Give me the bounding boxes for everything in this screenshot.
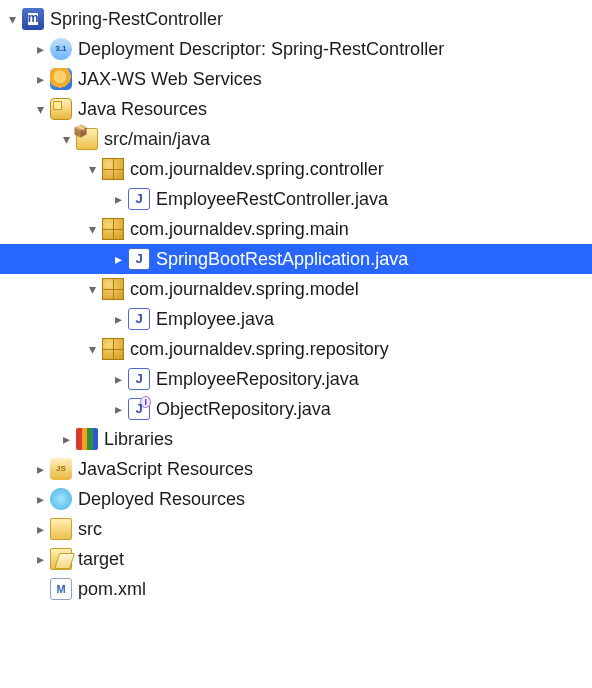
java-file-icon	[128, 188, 150, 210]
tree-node-java-file[interactable]: ▸ EmployeeRepository.java	[0, 364, 592, 394]
deployed-resources-icon	[50, 488, 72, 510]
tree-node-js-resources[interactable]: ▸ JavaScript Resources	[0, 454, 592, 484]
maven-project-icon	[22, 8, 44, 30]
node-label: pom.xml	[78, 579, 146, 600]
source-folder-icon	[76, 128, 98, 150]
node-label: ObjectRepository.java	[156, 399, 331, 420]
tree-node-java-interface-file[interactable]: ▸ ObjectRepository.java	[0, 394, 592, 424]
caret-expanded[interactable]: ▾	[58, 131, 74, 147]
node-label: src	[78, 519, 102, 540]
xml-file-icon	[50, 578, 72, 600]
node-label: SpringBootRestApplication.java	[156, 249, 408, 270]
java-file-icon	[128, 308, 150, 330]
node-label: EmployeeRepository.java	[156, 369, 359, 390]
java-resources-icon	[50, 98, 72, 120]
caret-collapsed[interactable]: ▸	[58, 431, 74, 447]
tree-node-package[interactable]: ▾ com.journaldev.spring.repository	[0, 334, 592, 364]
caret-collapsed[interactable]: ▸	[110, 191, 126, 207]
web-service-icon	[50, 68, 72, 90]
tree-node-folder[interactable]: ▸ src	[0, 514, 592, 544]
folder-icon	[50, 518, 72, 540]
tree-node-libraries[interactable]: ▸ Libraries	[0, 424, 592, 454]
node-label: Deployed Resources	[78, 489, 245, 510]
caret-expanded[interactable]: ▾	[84, 161, 100, 177]
tree-node-xml-file[interactable]: ▸ pom.xml	[0, 574, 592, 604]
node-label: Employee.java	[156, 309, 274, 330]
caret-expanded[interactable]: ▾	[32, 101, 48, 117]
java-file-icon	[128, 368, 150, 390]
tree-node-java-resources[interactable]: ▾ Java Resources	[0, 94, 592, 124]
project-tree: ▾ Spring-RestController ▸ Deployment Des…	[0, 4, 592, 604]
caret-collapsed[interactable]: ▸	[110, 251, 126, 267]
node-label: Java Resources	[78, 99, 207, 120]
node-label: Deployment Descriptor: Spring-RestContro…	[78, 39, 444, 60]
caret-expanded[interactable]: ▾	[84, 341, 100, 357]
caret-collapsed[interactable]: ▸	[32, 521, 48, 537]
tree-node-package[interactable]: ▾ com.journaldev.spring.controller	[0, 154, 592, 184]
node-label: JavaScript Resources	[78, 459, 253, 480]
caret-collapsed[interactable]: ▸	[32, 461, 48, 477]
caret-collapsed[interactable]: ▸	[110, 311, 126, 327]
tree-node-java-file[interactable]: ▸ EmployeeRestController.java	[0, 184, 592, 214]
caret-expanded[interactable]: ▾	[84, 221, 100, 237]
node-label: JAX-WS Web Services	[78, 69, 262, 90]
java-interface-file-icon	[128, 398, 150, 420]
node-label: src/main/java	[104, 129, 210, 150]
folder-open-icon	[50, 548, 72, 570]
tree-node-package[interactable]: ▾ com.journaldev.spring.model	[0, 274, 592, 304]
tree-node-java-file[interactable]: ▸ Employee.java	[0, 304, 592, 334]
tree-node-jaxws[interactable]: ▸ JAX-WS Web Services	[0, 64, 592, 94]
caret-collapsed[interactable]: ▸	[110, 371, 126, 387]
deployment-descriptor-icon	[50, 38, 72, 60]
package-icon	[102, 218, 124, 240]
js-resources-icon	[50, 458, 72, 480]
caret-collapsed[interactable]: ▸	[32, 491, 48, 507]
caret-collapsed[interactable]: ▸	[32, 551, 48, 567]
node-label: com.journaldev.spring.repository	[130, 339, 389, 360]
caret-expanded[interactable]: ▾	[4, 11, 20, 27]
caret-collapsed[interactable]: ▸	[32, 41, 48, 57]
node-label: target	[78, 549, 124, 570]
tree-node-project[interactable]: ▾ Spring-RestController	[0, 4, 592, 34]
tree-node-dd[interactable]: ▸ Deployment Descriptor: Spring-RestCont…	[0, 34, 592, 64]
tree-node-deployed-resources[interactable]: ▸ Deployed Resources	[0, 484, 592, 514]
package-icon	[102, 158, 124, 180]
tree-node-source-folder[interactable]: ▾ src/main/java	[0, 124, 592, 154]
node-label: com.journaldev.spring.main	[130, 219, 349, 240]
tree-node-package[interactable]: ▾ com.journaldev.spring.main	[0, 214, 592, 244]
java-file-icon	[128, 248, 150, 270]
caret-collapsed[interactable]: ▸	[32, 71, 48, 87]
caret-collapsed[interactable]: ▸	[110, 401, 126, 417]
package-icon	[102, 338, 124, 360]
node-label: com.journaldev.spring.model	[130, 279, 359, 300]
package-icon	[102, 278, 124, 300]
node-label: com.journaldev.spring.controller	[130, 159, 384, 180]
tree-node-java-file-selected[interactable]: ▸ SpringBootRestApplication.java	[0, 244, 592, 274]
node-label: EmployeeRestController.java	[156, 189, 388, 210]
caret-expanded[interactable]: ▾	[84, 281, 100, 297]
node-label: Spring-RestController	[50, 9, 223, 30]
libraries-icon	[76, 428, 98, 450]
tree-node-folder[interactable]: ▸ target	[0, 544, 592, 574]
node-label: Libraries	[104, 429, 173, 450]
